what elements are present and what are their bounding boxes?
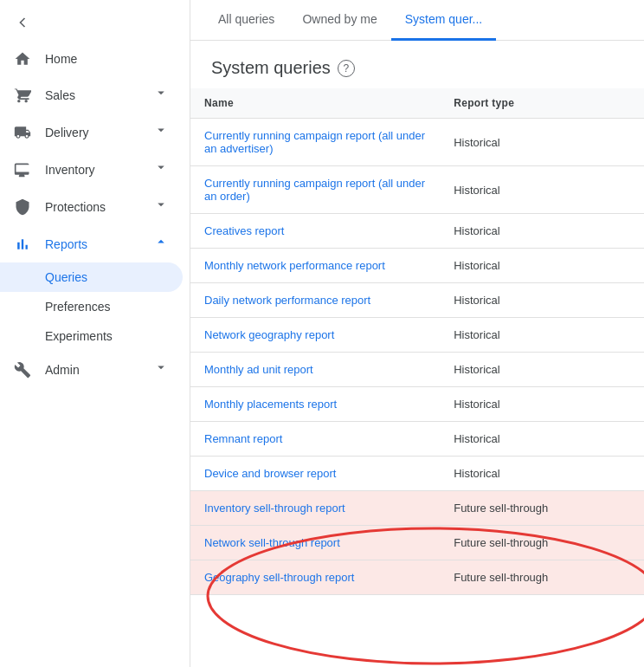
query-name-cell[interactable]: Network geography report (190, 318, 440, 353)
sidebar-item-protections[interactable]: Protections (0, 188, 183, 225)
report-type-cell: Historical (440, 422, 644, 457)
query-name-link[interactable]: Monthly network performance report (204, 259, 385, 272)
monitor-icon (14, 161, 31, 178)
query-name-cell[interactable]: Geography sell-through report (190, 560, 440, 595)
report-type-cell: Future sell-through (440, 560, 644, 595)
main-content: All queries Owned by me System quer... S… (190, 0, 644, 667)
query-name-cell[interactable]: Monthly placements report (190, 387, 440, 422)
wrench-icon (14, 361, 31, 379)
query-name-link[interactable]: Geography sell-through report (204, 571, 354, 584)
table-row: Monthly ad unit reportHistorical (190, 353, 644, 387)
table-row: Network sell-through reportFuture sell-t… (190, 526, 644, 560)
sidebar-home-label: Home (45, 52, 169, 66)
table-container: Name Report type Currently running campa… (190, 88, 644, 595)
report-type-cell: Historical (440, 119, 644, 166)
col-header-report-type: Report type (440, 88, 644, 119)
protections-chevron-icon (153, 197, 169, 217)
sidebar-item-preferences[interactable]: Preferences (0, 292, 183, 321)
truck-icon (14, 124, 31, 141)
report-type-cell: Historical (440, 457, 644, 491)
bar-chart-icon (14, 236, 31, 253)
report-type-cell: Future sell-through (440, 491, 644, 526)
query-name-cell[interactable]: Remnant report (190, 422, 440, 457)
delivery-chevron-icon (153, 122, 169, 142)
sidebar-delivery-label: Delivery (45, 126, 153, 139)
table-row: Currently running campaign report (all u… (190, 166, 644, 214)
query-name-cell[interactable]: Creatives report (190, 214, 440, 249)
sidebar-item-sales[interactable]: Sales (0, 76, 183, 113)
table-row: Geography sell-through reportFuture sell… (190, 560, 644, 595)
report-type-cell: Historical (440, 318, 644, 353)
table-row: Inventory sell-through reportFuture sell… (190, 491, 644, 526)
query-name-link[interactable]: Network geography report (204, 328, 334, 341)
table-row: Monthly network performance reportHistor… (190, 249, 644, 283)
table-row: Device and browser reportHistorical (190, 457, 644, 491)
query-name-cell[interactable]: Inventory sell-through report (190, 491, 440, 526)
report-type-cell: Future sell-through (440, 526, 644, 560)
page-header: System queries ? (190, 41, 644, 88)
table-row: Currently running campaign report (all u… (190, 119, 644, 166)
query-name-cell[interactable]: Monthly network performance report (190, 249, 440, 283)
cart-icon (14, 87, 31, 104)
inventory-chevron-icon (153, 159, 169, 179)
tab-owned-by-me[interactable]: Owned by me (288, 0, 390, 41)
table-row: Daily network performance reportHistoric… (190, 283, 644, 318)
query-name-cell[interactable]: Monthly ad unit report (190, 353, 440, 387)
query-name-link[interactable]: Creatives report (204, 224, 284, 237)
sidebar-item-reports[interactable]: Reports (0, 225, 183, 262)
sidebar-queries-label: Queries (45, 270, 169, 284)
report-type-cell: Historical (440, 166, 644, 214)
query-name-link[interactable]: Monthly placements report (204, 398, 337, 411)
table-row: Monthly placements reportHistorical (190, 387, 644, 422)
content-area: System queries ? Name Report type Curren… (190, 41, 644, 667)
query-name-link[interactable]: Inventory sell-through report (204, 502, 345, 515)
table-row: Remnant reportHistorical (190, 422, 644, 457)
admin-chevron-icon (153, 359, 169, 379)
query-name-cell[interactable]: Daily network performance report (190, 283, 440, 318)
query-name-link[interactable]: Remnant report (204, 432, 282, 445)
sidebar-item-delivery[interactable]: Delivery (0, 113, 183, 151)
report-type-cell: Historical (440, 214, 644, 249)
page-title: System queries (211, 58, 331, 78)
sidebar-item-home[interactable]: Home (0, 42, 183, 76)
sidebar-item-queries[interactable]: Queries (0, 262, 183, 292)
query-name-cell[interactable]: Currently running campaign report (all u… (190, 119, 440, 166)
sales-chevron-icon (153, 85, 169, 105)
tab-all-queries[interactable]: All queries (204, 0, 288, 41)
table-wrapper: Name Report type Currently running campa… (190, 88, 644, 595)
sidebar-item-experiments[interactable]: Experiments (0, 321, 183, 351)
query-name-cell[interactable]: Network sell-through report (190, 526, 440, 560)
sidebar-admin-label: Admin (45, 363, 153, 377)
sidebar-item-admin[interactable]: Admin (0, 351, 183, 388)
sidebar-reports-label: Reports (45, 237, 153, 251)
help-icon[interactable]: ? (338, 60, 355, 77)
sidebar-experiments-label: Experiments (45, 329, 169, 343)
report-type-cell: Historical (440, 283, 644, 318)
report-type-cell: Historical (440, 249, 644, 283)
report-type-cell: Historical (440, 353, 644, 387)
home-icon (14, 50, 31, 68)
query-name-link[interactable]: Device and browser report (204, 467, 336, 480)
query-name-link[interactable]: Daily network performance report (204, 294, 370, 307)
chevron-left-icon (14, 14, 31, 31)
queries-table: Name Report type Currently running campa… (190, 88, 644, 595)
shield-icon (14, 198, 31, 216)
query-name-cell[interactable]: Device and browser report (190, 457, 440, 491)
sidebar-protections-label: Protections (45, 200, 153, 214)
table-row: Creatives reportHistorical (190, 214, 644, 249)
sidebar-sales-label: Sales (45, 88, 153, 102)
sidebar-item-inventory[interactable]: Inventory (0, 151, 183, 188)
query-name-link[interactable]: Network sell-through report (204, 536, 340, 549)
query-name-link[interactable]: Monthly ad unit report (204, 363, 313, 376)
col-header-name: Name (190, 88, 440, 119)
sidebar: Home Sales Delivery Inventory (0, 0, 190, 667)
table-row: Network geography reportHistorical (190, 318, 644, 353)
sidebar-collapse-button[interactable] (0, 7, 183, 38)
report-type-cell: Historical (440, 387, 644, 422)
tab-system-queries[interactable]: System quer... (391, 0, 496, 41)
query-name-cell[interactable]: Currently running campaign report (all u… (190, 166, 440, 214)
reports-chevron-icon (153, 234, 169, 254)
query-name-link[interactable]: Currently running campaign report (all u… (204, 129, 425, 155)
sidebar-inventory-label: Inventory (45, 163, 153, 177)
query-name-link[interactable]: Currently running campaign report (all u… (204, 177, 425, 203)
